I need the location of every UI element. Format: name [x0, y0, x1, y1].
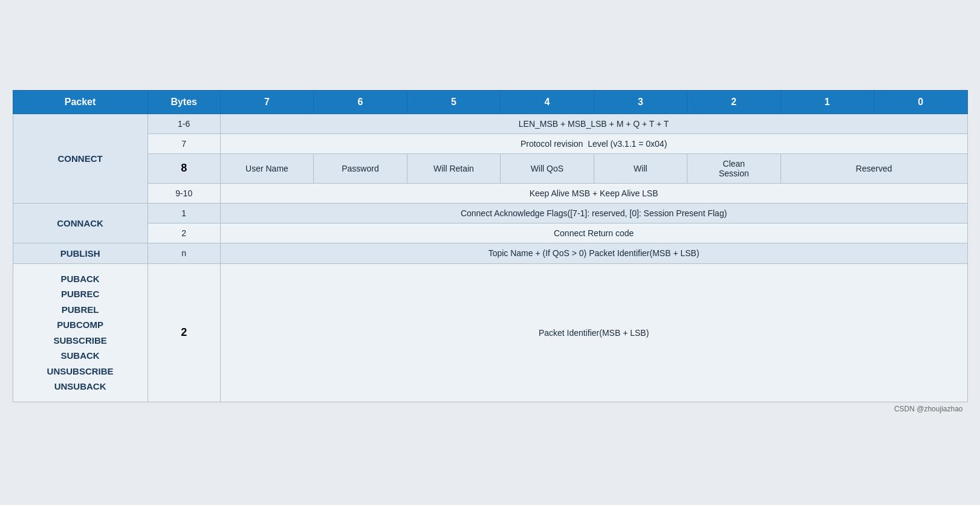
table-row: CONNACK 1 Connect Acknowledge Flags([7-1… [13, 203, 967, 223]
content-cell: Connect Acknowledge Flags([7-1]: reserve… [220, 203, 967, 223]
bytes-cell: n [148, 243, 220, 263]
bytes-cell: 1 [148, 203, 220, 223]
packet-label-connack: CONNACK [13, 203, 148, 243]
bytes-cell: 7 [148, 133, 220, 153]
packet-label-connect: CONNECT [13, 114, 148, 203]
bytes-cell: 1-6 [148, 114, 220, 133]
table-row: PUBACKPUBRECPUBRELPUBCOMPSUBSCRIBESUBACK… [13, 263, 967, 402]
content-cell: Protocol revision Level (v3.1.1 = 0x04) [220, 133, 967, 153]
content-cell: Topic Name + (If QoS > 0) Packet Identif… [220, 243, 967, 263]
bytes-cell-8: 8 [148, 153, 220, 183]
header-bit-4: 4 [501, 90, 594, 114]
cell-will-retain: Will Retain [407, 153, 500, 183]
table-row: 2 Connect Return code [13, 223, 967, 243]
header-packet: Packet [13, 90, 148, 114]
cell-reserved: Reserved [780, 153, 967, 183]
cell-will: Will [594, 153, 687, 183]
content-cell: Keep Alive MSB + Keep Alive LSB [220, 183, 967, 203]
header-bit-0: 0 [874, 90, 967, 114]
header-bit-1: 1 [780, 90, 874, 114]
cell-username: User Name [220, 153, 313, 183]
table-row: 9-10 Keep Alive MSB + Keep Alive LSB [13, 183, 967, 203]
content-cell: Packet Identifier(MSB + LSB) [220, 263, 967, 402]
bytes-cell: 2 [148, 223, 220, 243]
table-row: CONNECT 1-6 LEN_MSB + MSB_LSB + M + Q + … [13, 114, 967, 133]
header-bit-5: 5 [407, 90, 500, 114]
cell-will-qos: Will QoS [501, 153, 594, 183]
header-bit-2: 2 [687, 90, 780, 114]
cell-clean-session: CleanSession [687, 153, 780, 183]
packet-label-publish: PUBLISH [13, 243, 148, 263]
content-cell: Connect Return code [220, 223, 967, 243]
table-row: PUBLISH n Topic Name + (If QoS > 0) Pack… [13, 243, 967, 263]
table-row: 7 Protocol revision Level (v3.1.1 = 0x04… [13, 133, 967, 153]
footer-note: CSDN @zhoujiazhao [13, 402, 968, 416]
header-bit-6: 6 [314, 90, 407, 114]
header-bit-7: 7 [220, 90, 313, 114]
cell-password: Password [314, 153, 407, 183]
bytes-cell: 2 [148, 263, 220, 402]
packet-label-multi: PUBACKPUBRECPUBRELPUBCOMPSUBSCRIBESUBACK… [13, 263, 148, 402]
header-bit-3: 3 [594, 90, 687, 114]
table-row: 8 User Name Password Will Retain Will Qo… [13, 153, 967, 183]
header-bytes: Bytes [148, 90, 220, 114]
content-cell: LEN_MSB + MSB_LSB + M + Q + T + T [220, 114, 967, 133]
bytes-cell: 9-10 [148, 183, 220, 203]
